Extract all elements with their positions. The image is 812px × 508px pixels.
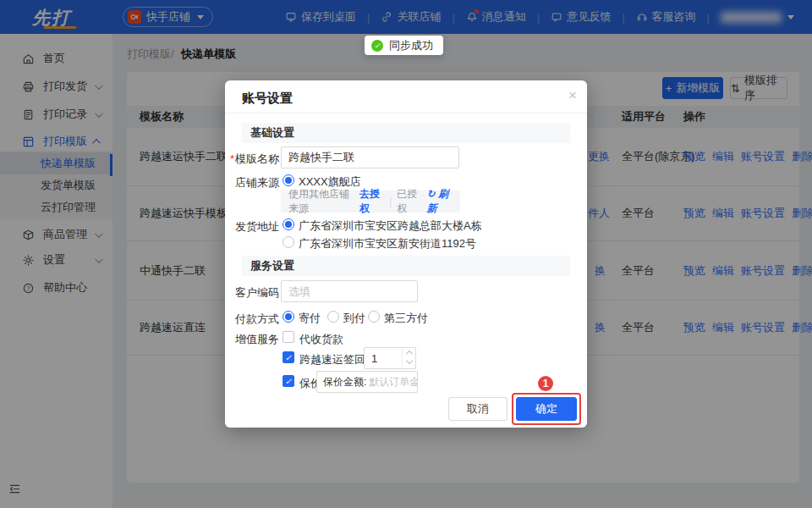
divider bbox=[225, 113, 587, 113]
app-screen: 先打 快手店铺 保存到桌面 | 关联店铺 | bbox=[0, 0, 812, 508]
payment-radio-sender-pay[interactable] bbox=[283, 311, 294, 323]
ship-address-radio-1[interactable] bbox=[283, 218, 294, 230]
customer-code-input[interactable] bbox=[281, 280, 418, 302]
annotation-step-badge: 1 bbox=[538, 376, 553, 391]
payment-option-1: 寄付 bbox=[299, 311, 321, 326]
receipt-count-stepper[interactable]: 1 bbox=[364, 347, 416, 369]
success-toast: ✓ 同步成功 bbox=[365, 36, 443, 55]
customer-code-label: 客户编码 bbox=[225, 285, 279, 301]
insurance-checkbox[interactable]: ✓ bbox=[283, 375, 294, 387]
ship-address-radio-2[interactable] bbox=[283, 236, 294, 248]
ship-address-option-2: 广东省深圳市宝安区新安街道1192号 bbox=[299, 236, 476, 251]
payment-label: 付款方式 bbox=[225, 312, 279, 327]
store-source-radio[interactable] bbox=[283, 174, 294, 186]
required-mark: * bbox=[230, 152, 234, 165]
step-down-icon bbox=[405, 357, 412, 364]
cod-option: 代收货款 bbox=[299, 332, 343, 347]
insurance-placeholder: 默认订单金额 bbox=[369, 375, 418, 389]
insurance-amount-input[interactable]: 保价金额: 默认订单金额 bbox=[316, 371, 418, 393]
toast-message: 同步成功 bbox=[389, 38, 433, 53]
payment-option-3: 第三方付 bbox=[384, 311, 428, 326]
separator: | bbox=[389, 196, 392, 207]
account-settings-modal: 账号设置 × 基础设置 *模版名称 店铺来源 XXXX旗舰店 使用其他店铺来源 … bbox=[225, 80, 587, 428]
deauthorize-link[interactable]: 去授权 bbox=[359, 187, 384, 216]
vas-label: 增值服务 bbox=[225, 332, 279, 347]
basic-settings-section: 基础设置 bbox=[242, 123, 570, 143]
service-settings-section: 服务设置 bbox=[242, 256, 570, 276]
template-name-label: *模版名称 bbox=[225, 152, 279, 167]
modal-title: 账号设置 bbox=[242, 91, 293, 107]
success-check-icon: ✓ bbox=[371, 40, 383, 52]
insurance-inner-label: 保价金额: bbox=[323, 375, 366, 389]
cod-checkbox[interactable] bbox=[283, 331, 294, 343]
payment-option-2: 到付 bbox=[343, 311, 365, 326]
payment-radio-receiver-pay[interactable] bbox=[327, 311, 339, 323]
cancel-button[interactable]: 取消 bbox=[448, 397, 508, 421]
template-name-input[interactable] bbox=[281, 146, 459, 168]
auth-hint: 使用其他店铺来源 bbox=[288, 187, 354, 216]
ship-address-label: 发货地址 bbox=[225, 219, 279, 235]
ship-address-option-1: 广东省深圳市宝安区跨越总部大楼A栋 bbox=[299, 218, 482, 234]
confirm-button[interactable]: 确定 bbox=[516, 397, 577, 421]
authorized-status: 已授权 bbox=[397, 187, 421, 216]
close-icon[interactable]: × bbox=[568, 87, 577, 104]
refresh-link[interactable]: ↻ 刷新 bbox=[427, 187, 453, 216]
receipt-count-value: 1 bbox=[371, 352, 377, 365]
refresh-icon: ↻ bbox=[427, 188, 436, 200]
store-source-label: 店铺来源 bbox=[225, 175, 279, 190]
receipt-checkbox[interactable]: ✓ bbox=[283, 351, 294, 363]
payment-radio-third-party[interactable] bbox=[368, 311, 380, 323]
auth-strip: 使用其他店铺来源 去授权 | 已授权 ↻ 刷新 bbox=[281, 190, 460, 213]
stepper-arrows[interactable] bbox=[402, 348, 415, 368]
